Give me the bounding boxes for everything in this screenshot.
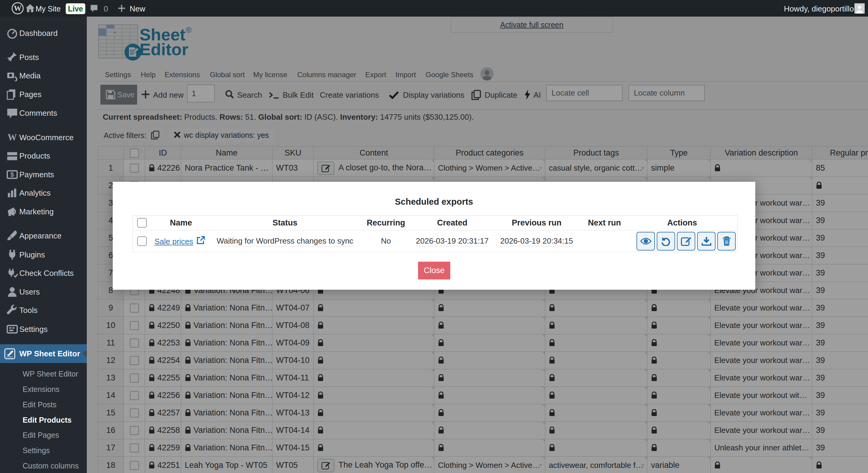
svg-text:W: W (7, 132, 17, 143)
svg-text:W: W (14, 4, 22, 13)
svg-text:$: $ (10, 171, 14, 178)
